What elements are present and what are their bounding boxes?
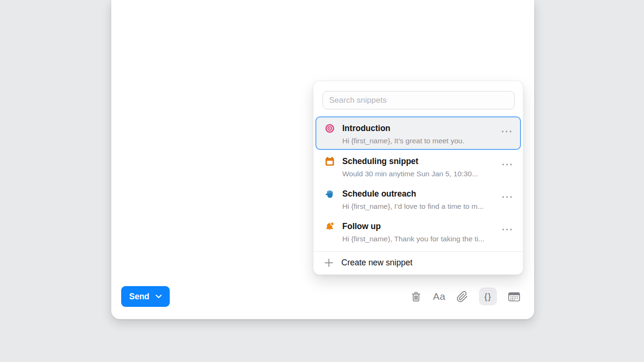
row-menu-icon[interactable] (500, 126, 513, 135)
snippet-row-introduction[interactable]: Introduction Hi {first_name}, It’s great… (315, 116, 521, 150)
send-button-label: Send (129, 292, 149, 302)
snippet-title: Follow up (342, 220, 484, 232)
row-menu-icon[interactable] (501, 192, 513, 201)
snippet-preview: Would 30 min anytime Sun Jan 5, 10:30... (342, 167, 478, 180)
composer-toolbar: Aa {} (410, 286, 520, 307)
snippets-icon[interactable]: {} (479, 288, 497, 305)
calendar-grid-icon[interactable] (508, 291, 520, 302)
send-button[interactable]: Send (121, 286, 170, 307)
search-input[interactable] (322, 91, 515, 109)
calendar-icon (325, 156, 335, 166)
row-menu-icon[interactable] (501, 224, 513, 233)
snippet-row-outreach[interactable]: Schedule outreach Hi {first_name}, I’d l… (314, 182, 523, 215)
row-menu-icon[interactable] (501, 159, 513, 168)
snippet-row-follow-up[interactable]: Follow up Hi {first_name), Thank you for… (314, 215, 523, 247)
bullseye-icon (325, 123, 335, 133)
plus-icon (324, 258, 333, 267)
snippet-preview: Hi {first_name), Thank you for taking th… (342, 232, 484, 245)
create-new-snippet-button[interactable]: Create new snippet (314, 252, 523, 273)
text-style-glyph: Aa (433, 291, 446, 302)
snippet-preview: Hi {first_name}, It’s great to meet you. (342, 134, 464, 147)
snippet-title: Scheduling snippet (342, 155, 478, 167)
snippet-row-scheduling[interactable]: Scheduling snippet Would 30 min anytime … (314, 150, 523, 182)
snippets-popup: Introduction Hi {first_name}, It’s great… (313, 81, 523, 275)
text-style-icon[interactable]: Aa (433, 291, 446, 302)
create-new-snippet-label: Create new snippet (341, 258, 413, 268)
snippet-list: Introduction Hi {first_name}, It’s great… (314, 116, 523, 247)
trash-icon[interactable] (410, 291, 422, 303)
snippet-title: Introduction (342, 122, 464, 134)
attachment-icon[interactable] (456, 291, 468, 303)
snippet-title: Schedule outreach (342, 188, 484, 200)
chevron-down-icon (156, 295, 162, 298)
snippet-preview: Hi {first_name}, I’d love to find a time… (342, 200, 484, 213)
hand-icon (325, 189, 335, 199)
braces-glyph: {} (484, 291, 492, 302)
composer-card: Send Aa {} (111, 0, 534, 319)
bell-icon (325, 222, 335, 231)
